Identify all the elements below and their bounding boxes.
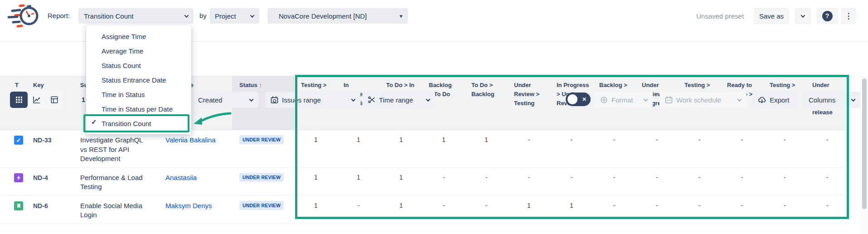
group-by-select[interactable]: Project <box>209 8 259 24</box>
report-type-menu: Assignee TimeAverage TimeStatus CountSta… <box>86 25 191 134</box>
transition-count-value: - <box>721 196 763 224</box>
assignee-link[interactable]: Valeriia Bakalina <box>165 136 216 144</box>
transition-count-value: - <box>678 130 721 167</box>
assignee-cell: Valeriia Bakalina <box>161 130 232 167</box>
project-select[interactable]: NovaCore Development [ND] ▾ <box>267 8 408 24</box>
columns-label: Columns <box>809 96 847 104</box>
type-cell <box>0 168 27 195</box>
transition-count-value: 1 <box>380 196 422 224</box>
table-view-button[interactable] <box>10 92 28 108</box>
transition-count-value: - <box>721 130 763 167</box>
menu-item-label: Time in Status per Date <box>102 105 173 113</box>
transition-count-value: 1 <box>422 130 465 167</box>
calendar-icon <box>665 96 673 104</box>
chevron-down-icon <box>426 97 431 102</box>
columns-button[interactable]: Columns <box>803 92 860 108</box>
assignee-cell: Anastasiia <box>161 168 232 195</box>
assignee-cell: Maksym Denys <box>161 196 232 224</box>
app-logo-icon <box>6 2 41 29</box>
status-cell: UNDER REVIEW <box>232 196 295 224</box>
created-value: Created <box>198 96 245 104</box>
status-badge: UNDER REVIEW <box>239 201 284 210</box>
chevron-down-icon <box>249 97 254 102</box>
transition-count-value: - <box>422 196 465 224</box>
table-row: ✓ND-33Investigate GraphQL vs REST for AP… <box>0 130 849 168</box>
assignee-link[interactable]: Anastasiia <box>165 174 197 181</box>
transition-count-value: - <box>763 196 806 224</box>
epic-type-icon[interactable] <box>14 173 23 182</box>
comparison-toggle[interactable]: ✕ <box>566 93 591 106</box>
transition-count-value: - <box>337 196 380 224</box>
status-badge: UNDER REVIEW <box>239 173 284 182</box>
menu-item-assignee-time[interactable]: Assignee Time <box>86 29 191 44</box>
transition-count-value: - <box>806 196 849 224</box>
created-select[interactable]: Created <box>193 92 258 108</box>
chevron-down-icon <box>644 97 648 102</box>
menu-item-time-in-status[interactable]: Time in Status <box>86 87 191 102</box>
scrollbar-thumb[interactable] <box>862 78 867 209</box>
pivot-view-button[interactable] <box>45 92 63 108</box>
menu-item-label: Status Count <box>102 62 141 69</box>
save-as-options-button[interactable] <box>795 8 811 24</box>
dropdown-triangle-icon: ▾ <box>399 13 402 20</box>
vertical-scrollbar[interactable] <box>861 76 868 234</box>
report-type-value: Transition Count <box>84 12 180 20</box>
transition-count-value: 1 <box>295 196 337 224</box>
format-label: Format <box>611 96 640 104</box>
report-label: Report: <box>48 12 70 20</box>
assignee-link[interactable]: Maksym Denys <box>165 202 212 210</box>
transition-count-value: - <box>763 168 806 195</box>
transition-count-value: - <box>678 168 721 195</box>
toggle-x-icon: ✕ <box>582 96 587 102</box>
menu-item-transition-count[interactable]: ✓Transition Count <box>86 116 191 131</box>
question-mark-icon: ? <box>822 11 833 21</box>
more-options-button[interactable]: ⋮ <box>841 8 856 24</box>
report-type-select[interactable]: Transition Count <box>78 8 194 24</box>
status-badge: UNDER REVIEW <box>239 135 284 144</box>
menu-item-label: Transition Count <box>102 120 151 127</box>
menu-item-label: Average Time <box>102 47 143 55</box>
help-button[interactable]: ? <box>816 8 838 24</box>
transition-count-value: - <box>635 130 678 167</box>
transition-count-value: - <box>593 130 635 167</box>
issue-key[interactable]: ND-6 <box>27 196 75 224</box>
more-vertical-icon: ⋮ <box>845 11 853 21</box>
issue-key[interactable]: ND-33 <box>27 130 75 167</box>
issues-range-button[interactable]: Issues range <box>265 92 360 108</box>
transition-count-value: 1 <box>550 196 593 224</box>
save-as-button[interactable]: Save as <box>754 8 789 24</box>
scissors-icon <box>368 96 375 103</box>
project-value: NovaCore Development [ND] <box>279 12 393 20</box>
issue-key[interactable]: ND-4 <box>27 168 75 195</box>
export-button[interactable]: Export <box>752 92 798 108</box>
issue-count: 1 <box>82 92 85 108</box>
menu-item-average-time[interactable]: Average Time <box>86 44 191 58</box>
sort-ascending-icon: ↑ <box>259 82 262 88</box>
issues-range-label: Issues range <box>282 96 347 104</box>
format-select[interactable]: Format <box>595 92 653 108</box>
save-as-label: Save as <box>759 12 784 20</box>
status-cell: UNDER REVIEW <box>232 130 295 167</box>
time-range-button[interactable]: Time range <box>363 92 435 108</box>
chevron-down-icon <box>351 97 356 102</box>
transition-count-value: - <box>635 196 678 224</box>
issue-summary: Investigate GraphQL vs REST for API Deve… <box>75 130 161 167</box>
chevron-down-icon <box>250 13 255 18</box>
menu-item-status-entrance-date[interactable]: Status Entrance Date <box>86 73 191 87</box>
work-schedule-label: Work schedule <box>676 96 733 104</box>
toggle-knob <box>567 94 577 104</box>
table-body: ✓ND-33Investigate GraphQL vs REST for AP… <box>0 130 849 224</box>
transition-count-value: - <box>593 168 635 195</box>
work-schedule-select[interactable]: Work schedule <box>659 92 747 108</box>
task-type-icon[interactable]: ✓ <box>14 136 23 145</box>
column-header-transition[interactable]: Under Review > Testing <box>508 76 550 130</box>
menu-item-status-count[interactable]: Status Count <box>86 58 191 73</box>
chart-view-button[interactable] <box>28 92 45 108</box>
transition-count-value: - <box>508 168 550 195</box>
menu-item-time-in-status-per-date[interactable]: Time in Status per Date <box>86 102 191 116</box>
story-type-icon[interactable] <box>14 201 23 210</box>
column-header-transition[interactable]: To Do > Backlog <box>465 76 508 130</box>
menu-item-label: Assignee Time <box>102 33 146 40</box>
transition-count-value: 1 <box>337 168 380 195</box>
transition-count-value: - <box>508 130 550 167</box>
